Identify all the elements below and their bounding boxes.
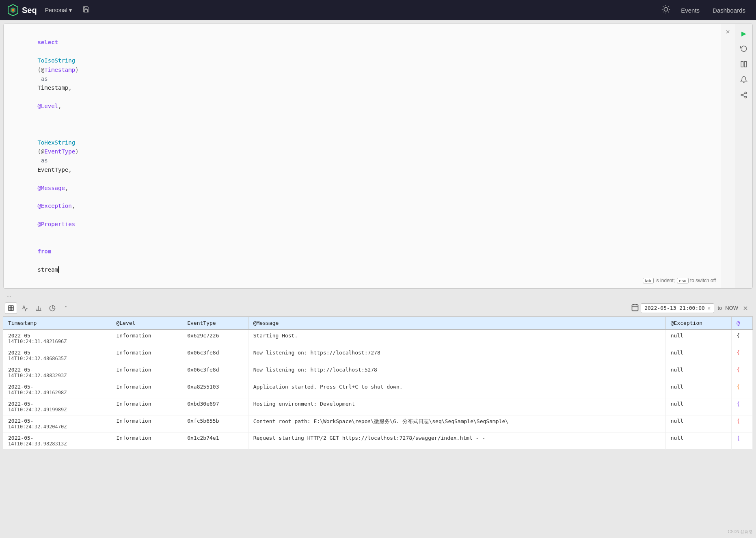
navbar: Seq Personal ▾ Events Dashboards (0, 0, 756, 20)
param-eventtype: EventType (44, 148, 75, 155)
at-properties: @Properties (37, 221, 75, 227)
col-header-props: @ (732, 317, 753, 330)
col-header-eventtype: EventType (182, 317, 248, 330)
cell-message: Now listening on: http://localhost:5278 (248, 364, 665, 381)
view-pie-button[interactable] (46, 302, 58, 314)
nav-events-link[interactable]: Events (677, 5, 704, 15)
kw-select: select (37, 39, 58, 45)
main-content: select ToIsoString (@Timestamp) as Times… (0, 20, 756, 538)
cell-timestamp: 2022-05-14T10:24:32.4920470Z (3, 415, 111, 432)
cell-eventtype: 0x06c3fe8d (182, 364, 248, 381)
cell-timestamp: 2022-05-14T10:24:33.9828313Z (3, 432, 111, 449)
cell-props: { (732, 347, 753, 364)
hint-middle-text: is indent; (655, 278, 675, 283)
svg-line-18 (743, 93, 745, 95)
date-clear-button[interactable]: × (707, 305, 711, 311)
cell-eventtype: 0x1c2b74e1 (182, 432, 248, 449)
svg-line-10 (663, 11, 663, 12)
query-toolbar: ▶ (735, 24, 752, 288)
at-exception: @Exception (37, 203, 71, 209)
cell-message: Content root path: E:\WorkSpace\repos\微服… (248, 415, 665, 432)
cell-level: Information (111, 432, 182, 449)
columns-button[interactable] (738, 58, 750, 70)
results-toolbar: " 2022-05-13 21:00:00 × to NOW (3, 300, 753, 317)
cell-eventtype: 0xa8255103 (182, 381, 248, 398)
view-table-button[interactable] (5, 302, 17, 314)
table-row[interactable]: 2022-05-14T10:24:32.4920470ZInformation0… (3, 415, 753, 432)
auto-refresh-button[interactable] (738, 43, 750, 55)
cell-level: Information (111, 398, 182, 415)
cell-eventtype: 0x629c7226 (182, 330, 248, 347)
cell-exception: null (665, 415, 732, 432)
alerts-button[interactable] (738, 73, 750, 86)
to-label: to (717, 305, 722, 311)
table-row[interactable]: 2022-05-14T10:24:31.4821696ZInformation0… (3, 330, 753, 347)
kw-from: from (37, 248, 51, 255)
view-text-button[interactable]: " (60, 302, 72, 314)
svg-point-14 (745, 92, 747, 94)
run-query-button[interactable]: ▶ (738, 27, 750, 39)
svg-line-17 (743, 95, 745, 97)
col-header-timestamp: Timestamp (3, 317, 111, 330)
tab-key-badge: tab (643, 278, 654, 283)
calendar-icon[interactable] (631, 303, 639, 313)
svg-line-6 (663, 6, 663, 6)
view-bar-button[interactable] (32, 302, 45, 314)
query-editor[interactable]: select ToIsoString (@Timestamp) as Times… (4, 24, 721, 288)
date-filter: 2022-05-13 21:00:00 × to NOW (631, 303, 738, 313)
cell-timestamp: 2022-05-14T10:24:31.4821696Z (3, 330, 111, 347)
cell-message: Request starting HTTP/2 GET https://loca… (248, 432, 665, 449)
cell-exception: null (665, 330, 732, 347)
cell-message: Application started. Press Ctrl+C to shu… (248, 381, 665, 398)
table-header-row: Timestamp @Level EventType @Message @Exc… (3, 317, 753, 330)
cell-exception: null (665, 364, 732, 381)
export-button[interactable] (738, 89, 750, 101)
text-cursor (58, 266, 59, 273)
cell-props: { (732, 415, 753, 432)
cell-props: { (732, 330, 753, 347)
theme-toggle-icon[interactable] (660, 3, 672, 17)
cell-exception: null (665, 432, 732, 449)
results-table: Timestamp @Level EventType @Message @Exc… (3, 317, 753, 449)
cell-props: { (732, 432, 753, 449)
from-stream: stream (37, 266, 58, 273)
cell-level: Information (111, 364, 182, 381)
table-row[interactable]: 2022-05-14T10:24:32.4868635ZInformation0… (3, 347, 753, 364)
date-input[interactable]: 2022-05-13 21:00:00 × (641, 303, 714, 313)
view-line-button[interactable] (19, 302, 31, 314)
nav-dashboards-link[interactable]: Dashboards (708, 5, 750, 15)
results-table-wrap: Timestamp @Level EventType @Message @Exc… (3, 317, 753, 449)
fn-toisostring: ToIsoString (37, 57, 75, 64)
watermark: CSDN @网络 (728, 529, 753, 535)
svg-rect-12 (741, 61, 743, 67)
seq-logo-icon (6, 4, 19, 17)
editor-close-button[interactable]: × (721, 24, 735, 39)
query-line-3: from stream (10, 238, 714, 283)
cell-eventtype: 0x06c3fe8d (182, 347, 248, 364)
table-row[interactable]: 2022-05-14T10:24:32.4883293ZInformation0… (3, 364, 753, 381)
table-row[interactable]: 2022-05-14T10:24:32.4919989ZInformation0… (3, 398, 753, 415)
clear-date-filter-button[interactable] (740, 302, 751, 314)
cell-exception: null (665, 347, 732, 364)
at-message: @Message (37, 185, 65, 191)
cell-level: Information (111, 381, 182, 398)
table-row[interactable]: 2022-05-14T10:24:33.9828313ZInformation0… (3, 432, 753, 449)
table-row[interactable]: 2022-05-14T10:24:32.4916298ZInformation0… (3, 381, 753, 398)
personal-dropdown[interactable]: Personal ▾ (42, 5, 75, 15)
save-button[interactable] (80, 4, 92, 16)
query-line-1: select ToIsoString (@Timestamp) as Times… (10, 29, 714, 120)
cell-message: Hosting environment: Development (248, 398, 665, 415)
svg-point-16 (745, 96, 747, 98)
logo-text: Seq (22, 6, 37, 15)
svg-point-3 (664, 7, 668, 11)
cell-eventtype: 0xfc5b655b (182, 415, 248, 432)
personal-label: Personal (45, 7, 67, 13)
editor-hint: tab is indent; esc to switch off (642, 278, 716, 283)
col-header-exception: @Exception (665, 317, 732, 330)
cell-message: Now listening on: https://localhost:7278 (248, 347, 665, 364)
param-timestamp: Timestamp (44, 67, 75, 73)
svg-point-15 (741, 94, 743, 96)
svg-rect-28 (632, 305, 638, 311)
cell-timestamp: 2022-05-14T10:24:32.4919989Z (3, 398, 111, 415)
now-label: NOW (725, 305, 738, 311)
